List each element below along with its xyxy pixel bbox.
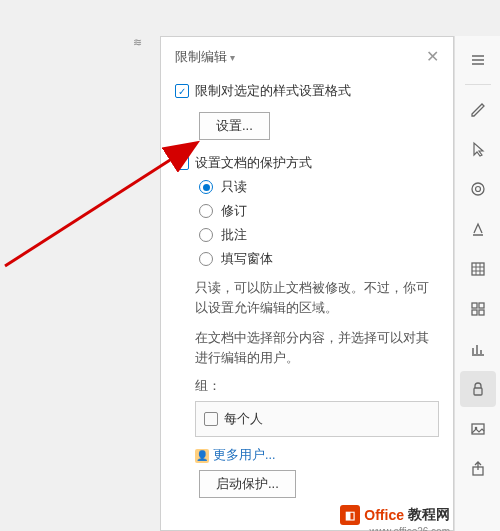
start-protection-button[interactable]: 启动保护... [199, 470, 296, 498]
restrict-editing-panel: 限制编辑 ✕ ✓ 限制对选定的样式设置格式 设置... ✓ 设置文档的保护方式 … [160, 36, 454, 531]
menu-icon[interactable] [460, 42, 496, 78]
lock-icon[interactable] [460, 371, 496, 407]
group-everyone-checkbox[interactable]: ✓ 每个人 [195, 401, 439, 437]
svg-rect-8 [479, 310, 484, 315]
svg-point-2 [472, 183, 484, 195]
radio-form[interactable]: 填写窗体 [199, 250, 439, 268]
select-users-description: 在文档中选择部分内容，并选择可以对其进行编辑的用户。 [195, 328, 439, 368]
watermark: ◧ Office教程网 www.office26.com [340, 505, 450, 525]
chart-icon[interactable] [460, 331, 496, 367]
wifi-icon: ≋ [133, 36, 142, 49]
svg-rect-5 [472, 303, 477, 308]
radio-readonly[interactable]: 只读 [199, 178, 439, 196]
svg-rect-6 [479, 303, 484, 308]
svg-rect-9 [474, 388, 482, 395]
radio-readonly-label: 只读 [221, 178, 247, 196]
everyone-label: 每个人 [224, 410, 263, 428]
user-icon: 👤 [195, 449, 209, 463]
group-label: 组： [195, 378, 439, 395]
radio-form-label: 填写窗体 [221, 250, 273, 268]
panel-title[interactable]: 限制编辑 [175, 48, 235, 66]
right-toolbar [454, 36, 500, 531]
radio-comment[interactable]: 批注 [199, 226, 439, 244]
radio-icon [199, 180, 213, 194]
radio-revision-label: 修订 [221, 202, 247, 220]
svg-rect-7 [472, 310, 477, 315]
protection-mode-label: 设置文档的保护方式 [195, 154, 312, 172]
radio-revision[interactable]: 修订 [199, 202, 439, 220]
svg-point-3 [475, 187, 480, 192]
checkbox-icon: ✓ [175, 84, 189, 98]
protection-mode-checkbox[interactable]: ✓ 设置文档的保护方式 [175, 154, 439, 172]
limit-formatting-checkbox[interactable]: ✓ 限制对选定的样式设置格式 [175, 82, 439, 100]
radio-comment-label: 批注 [221, 226, 247, 244]
highlight-icon[interactable] [460, 211, 496, 247]
svg-rect-4 [472, 263, 484, 275]
settings-button[interactable]: 设置... [199, 112, 270, 140]
more-users-link[interactable]: 👤 更多用户... [195, 447, 439, 464]
radio-icon [199, 204, 213, 218]
radio-icon [199, 228, 213, 242]
table-icon[interactable] [460, 251, 496, 287]
more-users-label: 更多用户... [213, 447, 275, 464]
cursor-icon[interactable] [460, 131, 496, 167]
grid-icon[interactable] [460, 291, 496, 327]
share-icon[interactable] [460, 451, 496, 487]
badge-icon[interactable] [460, 171, 496, 207]
pen-icon[interactable] [460, 91, 496, 127]
radio-icon [199, 252, 213, 266]
checkbox-icon: ✓ [175, 156, 189, 170]
office-logo-icon: ◧ [340, 505, 360, 525]
document-area: ≋ [0, 36, 150, 531]
watermark-brand1: Office [364, 507, 404, 523]
close-icon[interactable]: ✕ [426, 47, 439, 66]
checkbox-icon: ✓ [204, 412, 218, 426]
watermark-url: www.office26.com [370, 526, 450, 531]
title-bar [0, 0, 500, 36]
watermark-brand2: 教程网 [408, 506, 450, 524]
limit-formatting-label: 限制对选定的样式设置格式 [195, 82, 351, 100]
image-icon[interactable] [460, 411, 496, 447]
readonly-description: 只读，可以防止文档被修改。不过，你可以设置允许编辑的区域。 [195, 278, 439, 318]
